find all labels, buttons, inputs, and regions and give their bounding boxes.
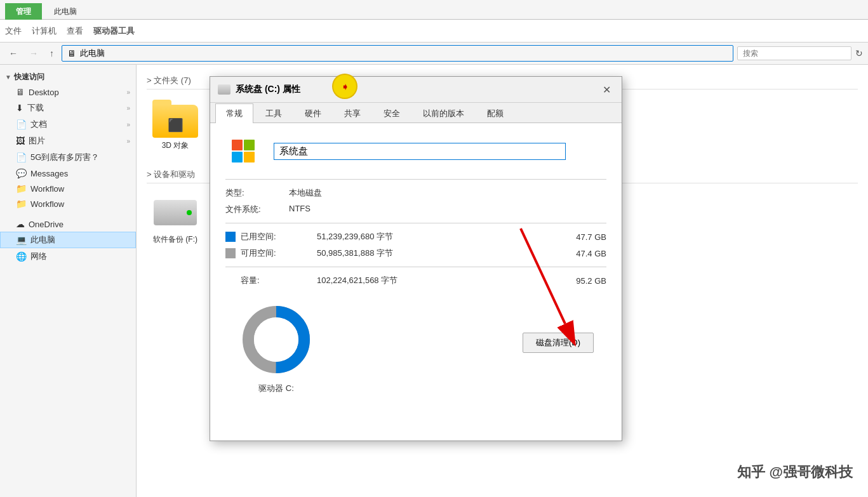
info-table: 类型: 本地磁盘 文件系统: NTFS (225, 187, 606, 215)
sidebar-item-label: 文档 (30, 119, 47, 130)
disk-cleanup-button[interactable]: 磁盘清理(D) (523, 333, 594, 353)
sidebar-item-messages[interactable]: 💬 Messages (0, 166, 136, 181)
pictures-icon: 🖼 (16, 136, 25, 146)
fs-value: NTFS (289, 204, 310, 213)
win-sq-blue (232, 152, 243, 162)
address-bar: ← → ↑ 🖥 此电脑 ↻ (0, 43, 868, 65)
ribbon-item-tools[interactable]: 驱动器工具 (93, 25, 135, 37)
win-sq-green (244, 140, 255, 150)
disk-name-input[interactable]: 系统盘 (274, 143, 566, 160)
cap-color-box (225, 275, 236, 286)
sidebar-item-network[interactable]: 🌐 网络 (0, 248, 136, 265)
ribbon-item-view[interactable]: 查看 (67, 25, 83, 37)
disk-windows-icon (225, 136, 261, 166)
network-icon: 🌐 (16, 251, 27, 262)
sidebar-item-onedrive[interactable]: ☁ OneDrive (0, 216, 136, 232)
dialog-tab-security[interactable]: 安全 (373, 103, 411, 123)
dialog-tabs: 常规 工具 硬件 共享 安全 以前的版本 配额 (210, 103, 622, 123)
dialog-title: 系统盘 (C:) 属性 (218, 84, 300, 95)
capacity-bytes: 102,224,621,568 字节 (291, 275, 556, 286)
tab-manage[interactable]: 管理 (5, 3, 42, 20)
cursor-indicator: ➧ (333, 75, 356, 98)
workflow2-icon: 📁 (16, 199, 27, 209)
sidebar-item-documents[interactable]: 📄 文档 » (0, 116, 136, 133)
dialog-tab-sharing[interactable]: 共享 (333, 103, 371, 123)
sidebar-item-label: 网络 (30, 251, 47, 262)
tab-this-pc[interactable]: 此电脑 (43, 3, 88, 20)
ribbon: 管理 此电脑 文件 计算机 查看 驱动器工具 (0, 0, 868, 43)
free-space-row: 可用空间: 50,985,381,888 字节 47.4 GB (225, 248, 606, 259)
properties-dialog[interactable]: 系统盘 (C:) 属性 ✕ 常规 工具 硬件 共享 安全 以前的版本 配额 系统… (210, 76, 622, 441)
dialog-tab-general[interactable]: 常规 (215, 103, 253, 123)
address-field[interactable]: 🖥 此电脑 (62, 45, 733, 62)
pin-icon: » (126, 138, 130, 145)
address-path: 此电脑 (80, 48, 105, 59)
drive-label: 软件备份 (F:) (153, 234, 197, 245)
desktop-icon: 🖥 (16, 87, 25, 97)
search-input[interactable] (737, 46, 851, 60)
free-color-box (225, 248, 236, 258)
back-button[interactable]: ← (5, 47, 22, 60)
fs-label: 文件系统: (225, 204, 289, 215)
separator-1 (225, 179, 606, 180)
sidebar-item-workflow-2[interactable]: 📁 Workflow (0, 196, 136, 211)
sidebar-item-pictures[interactable]: 🖼 图片 » (0, 133, 136, 149)
ribbon-content: 文件 计算机 查看 驱动器工具 (0, 19, 868, 42)
sidebar-item-label: 5G到底有多厉害？ (30, 152, 99, 163)
disk-header: 系统盘 (225, 136, 606, 166)
sidebar-item-5g[interactable]: 📄 5G到底有多厉害？ (0, 149, 136, 166)
this-pc-icon: 💻 (16, 235, 27, 245)
separator-3 (225, 267, 606, 267)
dialog-tab-quota[interactable]: 配额 (476, 103, 514, 123)
free-space-label: 可用空间: (241, 248, 291, 259)
sidebar-item-workflow-1[interactable]: 📁 Workflow (0, 181, 136, 196)
dialog-close-button[interactable]: ✕ (599, 82, 614, 97)
dialog-titlebar: 系统盘 (C:) 属性 ✕ (210, 77, 622, 103)
sidebar: ▼ 快速访问 🖥 Desktop » ⬇ 下载 » 📄 文档 » 🖼 图片 (0, 65, 137, 497)
sidebar-item-downloads[interactable]: ⬇ 下载 » (0, 100, 136, 116)
up-button[interactable]: ↑ (46, 47, 58, 60)
windows-logo (232, 140, 255, 162)
win-sq-yellow (244, 152, 255, 162)
capacity-row: 容量: 102,224,621,568 字节 95.2 GB (225, 275, 606, 286)
free-space-bytes: 50,985,381,888 字节 (291, 248, 556, 259)
dialog-tab-previous[interactable]: 以前的版本 (412, 103, 475, 123)
dialog-tab-tools[interactable]: 工具 (255, 103, 293, 123)
sidebar-item-label: Workflow (30, 184, 64, 194)
separator-2 (225, 223, 606, 223)
pin-icon: » (126, 105, 130, 112)
workflow1-icon: 📁 (16, 183, 27, 194)
folder-label: 3D 对象 (162, 140, 189, 151)
ribbon-item-computer[interactable]: 计算机 (32, 25, 57, 37)
donut-chart (238, 302, 314, 378)
quick-access-label: 快速访问 (14, 72, 44, 83)
fs-row: 文件系统: NTFS (225, 204, 606, 215)
pin-icon: » (126, 89, 130, 96)
dialog-content: 系统盘 类型: 本地磁盘 文件系统: NTFS 已用空间: 51,239,239… (210, 123, 622, 441)
address-icon: 🖥 (67, 48, 76, 58)
sidebar-item-this-pc[interactable]: 💻 此电脑 (0, 232, 136, 248)
sidebar-item-label: 此电脑 (30, 234, 55, 246)
cursor-icon: ➧ (341, 81, 349, 93)
drive-software-backup[interactable]: 软件备份 (F:) (147, 191, 204, 248)
used-space-label: 已用空间: (241, 231, 291, 242)
folder-icon: ⬛ (152, 100, 198, 138)
drive-led (187, 210, 192, 215)
dialog-tab-hardware[interactable]: 硬件 (294, 103, 332, 123)
messages-icon: 💬 (16, 168, 27, 178)
forward-button[interactable]: → (25, 47, 42, 60)
5g-icon: 📄 (16, 152, 27, 162)
drive-icon (152, 194, 198, 232)
used-space-row: 已用空间: 51,239,239,680 字节 47.7 GB (225, 231, 606, 242)
sidebar-item-label: Desktop (29, 88, 59, 97)
sidebar-item-label: Messages (30, 169, 68, 178)
onedrive-icon: ☁ (16, 219, 25, 229)
refresh-button[interactable]: ↻ (855, 48, 863, 58)
ribbon-item-file[interactable]: 文件 (5, 25, 22, 37)
quick-access-section[interactable]: ▼ 快速访问 (0, 70, 136, 84)
used-color-box (225, 232, 236, 242)
used-space-gb: 47.7 GB (556, 232, 606, 242)
folder-3d[interactable]: ⬛ 3D 对象 (147, 97, 204, 154)
sidebar-item-label: Workflow (30, 199, 64, 209)
sidebar-item-desktop[interactable]: 🖥 Desktop » (0, 84, 136, 100)
